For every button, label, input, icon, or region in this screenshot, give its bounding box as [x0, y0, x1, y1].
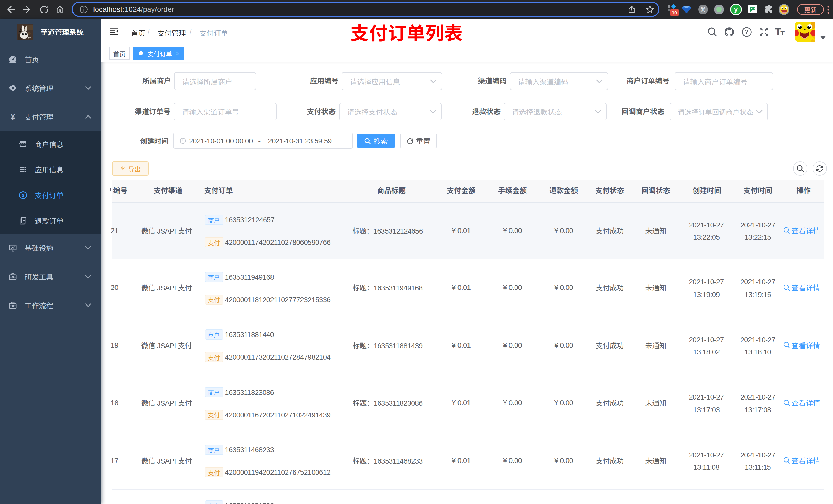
svg-text:⌘: ⌘: [700, 6, 706, 13]
svg-text:y: y: [734, 6, 738, 13]
svg-text:¥: ¥: [22, 193, 25, 198]
svg-text:?: ?: [745, 29, 748, 35]
svg-text:¥: ¥: [10, 113, 15, 121]
